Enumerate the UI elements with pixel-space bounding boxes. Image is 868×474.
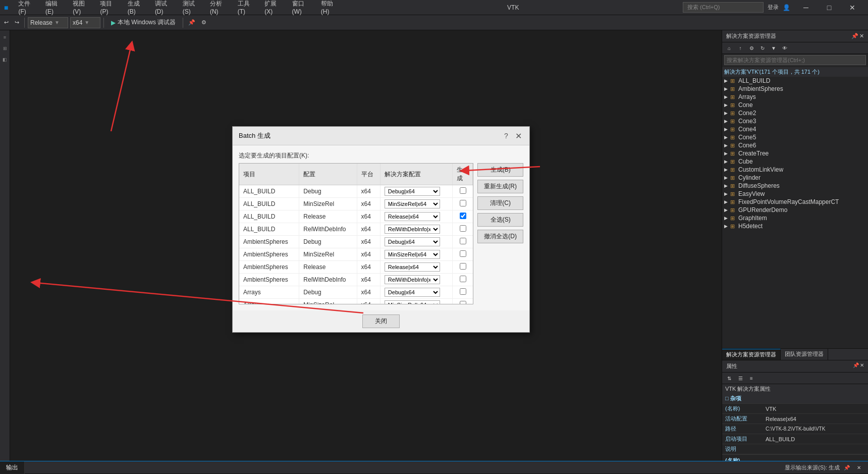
solution-node[interactable]: 解决方案'VTK'(171 个项目，共 171 个) bbox=[722, 67, 868, 77]
row-solution[interactable]: Debug|x64MinSizeRel|x64Release|x64RelWit… bbox=[380, 261, 453, 274]
redo-button[interactable]: ↪ bbox=[13, 17, 21, 28]
row-solution[interactable]: Debug|x64MinSizeRel|x64Release|x64RelWit… bbox=[380, 299, 453, 305]
props-filter-btn[interactable]: ≡ bbox=[746, 374, 756, 383]
restore-button[interactable]: □ bbox=[818, 0, 841, 15]
menu-edit[interactable]: 编辑(E) bbox=[41, 0, 68, 17]
close-button[interactable]: ✕ bbox=[841, 0, 864, 15]
tree-item-createtree[interactable]: ▶ ⊞ CreateTree bbox=[722, 149, 868, 157]
solution-select[interactable]: Debug|x64MinSizeRel|x64Release|x64RelWit… bbox=[385, 187, 440, 196]
build-checkbox[interactable] bbox=[460, 250, 466, 257]
solution-select[interactable]: Debug|x64MinSizeRel|x64Release|x64RelWit… bbox=[385, 199, 440, 208]
menu-analyze[interactable]: 分析(N) bbox=[206, 0, 233, 17]
login-link[interactable]: 登录 bbox=[768, 4, 779, 11]
rebuild-button[interactable]: 重新生成(R) bbox=[477, 180, 523, 193]
row-build[interactable] bbox=[453, 286, 473, 299]
row-build[interactable] bbox=[453, 261, 473, 274]
tree-item-h5detect[interactable]: ▶ ⊞ H5detect bbox=[722, 222, 868, 230]
tree-item-all_build[interactable]: ▶ ⊞ ALL_BUILD bbox=[722, 77, 868, 85]
props-group-btn[interactable]: ☰ bbox=[735, 374, 745, 383]
build-checkbox[interactable] bbox=[460, 238, 466, 244]
row-build[interactable] bbox=[453, 299, 473, 305]
solution-select[interactable]: Debug|x64MinSizeRel|x64Release|x64RelWit… bbox=[385, 275, 440, 284]
menu-tools[interactable]: 工具(T) bbox=[234, 0, 260, 17]
row-build[interactable] bbox=[453, 223, 473, 236]
select-all-button[interactable]: 全选(S) bbox=[477, 213, 523, 227]
output-tab[interactable]: 输出 bbox=[0, 461, 25, 474]
dialog-close-button[interactable]: ✕ bbox=[513, 131, 523, 141]
rp-filter-btn[interactable]: ▼ bbox=[769, 43, 779, 52]
solution-select[interactable]: Debug|x64MinSizeRel|x64Release|x64RelWit… bbox=[385, 262, 440, 272]
tab-team-explorer[interactable]: 团队资源管理器 bbox=[781, 349, 828, 360]
row-build[interactable] bbox=[453, 210, 473, 223]
menu-help[interactable]: 帮助(H) bbox=[317, 0, 344, 17]
sidebar-server-explorer[interactable]: ≡ bbox=[1, 32, 10, 42]
dialog-help-button[interactable]: ? bbox=[501, 131, 511, 141]
row-solution[interactable]: Debug|x64MinSizeRel|x64Release|x64RelWit… bbox=[380, 198, 453, 210]
menu-window[interactable]: 窗口(W) bbox=[288, 0, 316, 17]
tree-item-diffusespheres[interactable]: ▶ ⊞ DiffuseSpheres bbox=[722, 182, 868, 190]
build-button[interactable]: 生成(B) bbox=[477, 163, 523, 177]
dialog-table-container[interactable]: 项目 配置 平台 解决方案配置 生成 ALL_BUILD Debug x64 bbox=[239, 163, 473, 304]
menu-file[interactable]: 文件(F) bbox=[14, 0, 40, 17]
pin-button[interactable]: 📌 bbox=[186, 17, 197, 28]
tree-item-cone4[interactable]: ▶ ⊞ Cone4 bbox=[722, 125, 868, 133]
run-button[interactable]: ▶ 本地 Windows 调试器 bbox=[107, 17, 180, 28]
menu-test[interactable]: 测试(S) bbox=[179, 0, 205, 17]
row-build[interactable] bbox=[453, 198, 473, 210]
solution-select[interactable]: Debug|x64MinSizeRel|x64Release|x64RelWit… bbox=[385, 225, 440, 234]
build-checkbox[interactable] bbox=[460, 187, 466, 194]
row-solution[interactable]: Debug|x64MinSizeRel|x64Release|x64RelWit… bbox=[380, 274, 453, 286]
menu-project[interactable]: 项目(P) bbox=[96, 0, 122, 17]
build-checkbox[interactable] bbox=[460, 263, 466, 270]
build-checkbox[interactable] bbox=[460, 288, 466, 295]
search-box[interactable]: 搜索 (Ctrl+Q) bbox=[683, 2, 764, 13]
minimize-button[interactable]: ─ bbox=[794, 0, 818, 15]
tree-item-ambientspheres[interactable]: ▶ ⊞ AmbientSpheres bbox=[722, 85, 868, 93]
rp-up-btn[interactable]: ↑ bbox=[735, 43, 745, 52]
build-checkbox[interactable] bbox=[460, 301, 466, 304]
menu-build[interactable]: 生成(B) bbox=[124, 0, 150, 17]
output-pin-btn[interactable]: 📌 bbox=[842, 463, 852, 472]
tree-item-graphitem[interactable]: ▶ ⊞ GraphItem bbox=[722, 214, 868, 222]
tree-item-fixedpointvolumeraycastmapperct[interactable]: ▶ ⊞ FixedPointVolumeRayCastMapperCT bbox=[722, 198, 868, 206]
sidebar-toolbox[interactable]: ⊞ bbox=[1, 43, 10, 54]
row-build[interactable] bbox=[453, 185, 473, 198]
row-solution[interactable]: Debug|x64MinSizeRel|x64Release|x64RelWit… bbox=[380, 286, 453, 299]
platform-dropdown[interactable]: x64 ▼ bbox=[70, 17, 100, 28]
row-build[interactable] bbox=[453, 274, 473, 286]
dialog-close-btn[interactable]: 关闭 bbox=[362, 314, 400, 328]
build-checkbox[interactable] bbox=[460, 225, 466, 232]
menu-view[interactable]: 视图(V) bbox=[69, 0, 95, 17]
props-sort-btn[interactable]: ⇅ bbox=[724, 374, 734, 383]
tree-item-cylinder[interactable]: ▶ ⊞ Cylinder bbox=[722, 174, 868, 182]
tab-solution-explorer[interactable]: 解决方案资源管理器 bbox=[722, 349, 781, 360]
build-checkbox[interactable] bbox=[460, 200, 466, 206]
solution-select[interactable]: Debug|x64MinSizeRel|x64Release|x64RelWit… bbox=[385, 300, 440, 304]
tree-item-cone6[interactable]: ▶ ⊞ Cone6 bbox=[722, 141, 868, 149]
props-close-icon[interactable]: ✕ bbox=[860, 362, 864, 370]
menu-extensions[interactable]: 扩展(X) bbox=[260, 0, 287, 17]
solution-select[interactable]: Debug|x64MinSizeRel|x64Release|x64RelWit… bbox=[385, 288, 440, 297]
rp-preview-btn[interactable]: 👁 bbox=[780, 43, 790, 52]
tree-item-gpurenderdemo[interactable]: ▶ ⊞ GPURenderDemo bbox=[722, 206, 868, 214]
solution-select[interactable]: Debug|x64MinSizeRel|x64Release|x64RelWit… bbox=[385, 250, 440, 259]
build-checkbox[interactable] bbox=[460, 213, 466, 219]
row-solution[interactable]: Debug|x64MinSizeRel|x64Release|x64RelWit… bbox=[380, 248, 453, 261]
row-build[interactable] bbox=[453, 236, 473, 248]
tree-item-cube[interactable]: ▶ ⊞ Cube bbox=[722, 157, 868, 166]
row-solution[interactable]: Debug|x64MinSizeRel|x64Release|x64RelWit… bbox=[380, 185, 453, 198]
props-pin-icon[interactable]: 📌 bbox=[853, 362, 859, 370]
sidebar-icon-3[interactable]: ◧ bbox=[1, 55, 10, 65]
pin-icon[interactable]: 📌 bbox=[851, 33, 858, 39]
rp-home-btn[interactable]: ⌂ bbox=[724, 43, 734, 52]
output-close-btn[interactable]: ✕ bbox=[854, 463, 864, 472]
row-solution[interactable]: Debug|x64MinSizeRel|x64Release|x64RelWit… bbox=[380, 223, 453, 236]
rp-settings-btn[interactable]: ⚙ bbox=[746, 43, 756, 52]
row-solution[interactable]: Debug|x64MinSizeRel|x64Release|x64RelWit… bbox=[380, 236, 453, 248]
tree-item-cone5[interactable]: ▶ ⊞ Cone5 bbox=[722, 133, 868, 141]
tree-item-arrays[interactable]: ▶ ⊞ Arrays bbox=[722, 93, 868, 101]
tree-item-cone3[interactable]: ▶ ⊞ Cone3 bbox=[722, 117, 868, 125]
close-panel-icon[interactable]: ✕ bbox=[859, 33, 864, 39]
build-checkbox[interactable] bbox=[460, 276, 466, 282]
undo-button[interactable]: ↩ bbox=[2, 17, 11, 28]
